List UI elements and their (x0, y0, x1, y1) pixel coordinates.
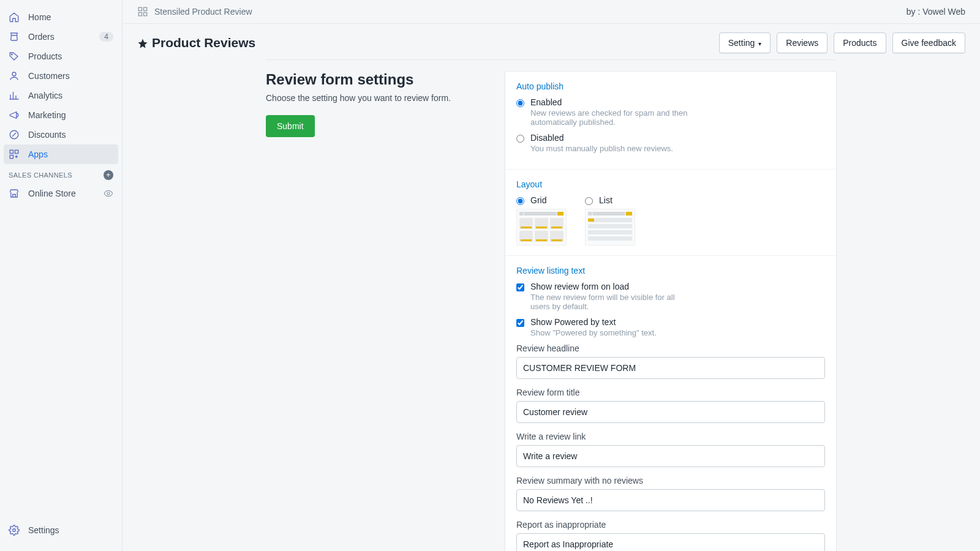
option-desc: Show "Powered by something" text. (530, 328, 657, 337)
nav-label: Marketing (28, 110, 66, 120)
nav-label: Online Store (28, 189, 76, 198)
report-inappropriate-field: Report as inappropriate (516, 520, 825, 551)
report-inappropriate-input[interactable] (516, 533, 825, 551)
write-review-link-input[interactable] (516, 445, 825, 467)
nav-label: Orders (28, 32, 55, 42)
nav-settings[interactable]: Settings (9, 520, 113, 540)
nav-apps[interactable]: Apps (4, 144, 118, 164)
svg-point-0 (12, 54, 13, 55)
app-name: Stensiled Product Review (154, 7, 252, 17)
byline: by : Vowel Web (907, 7, 965, 17)
nav-online-store[interactable]: Online Store (0, 184, 122, 203)
nav-products[interactable]: Products (0, 47, 122, 66)
section-header: Layout (516, 179, 825, 189)
layout-grid-option[interactable]: Grid (516, 195, 567, 246)
divider (266, 59, 837, 60)
section-header: Auto publish (516, 81, 825, 91)
svg-point-1 (12, 72, 16, 76)
option-label: Grid (530, 195, 546, 205)
nav-analytics[interactable]: Analytics (0, 86, 122, 105)
auto-publish-disabled-radio[interactable] (516, 135, 524, 143)
nav-label: Analytics (28, 91, 62, 100)
form-grid: Review form settings Choose the setting … (266, 71, 837, 551)
nav-marketing[interactable]: Marketing (0, 105, 122, 125)
option-label: Show review form on load (530, 282, 690, 291)
option-label: Show Powered by text (530, 317, 657, 327)
field-label: Write a review link (516, 432, 825, 441)
nav-label: Discounts (28, 130, 66, 140)
powered-by-checkbox[interactable] (516, 319, 524, 327)
section-header: Review listing text (516, 266, 825, 276)
analytics-icon (9, 90, 20, 101)
show-form-row[interactable]: Show review form on load The new review … (516, 282, 825, 311)
option-desc: You must manually publish new reviews. (530, 144, 673, 153)
orders-badge: 4 (99, 32, 113, 42)
nav-customers[interactable]: Customers (0, 66, 122, 86)
auto-publish-enabled-radio[interactable] (516, 99, 524, 107)
page-header: Product Reviews Setting▾ Reviews Product… (123, 24, 980, 59)
show-form-checkbox[interactable] (516, 283, 524, 291)
content: Review form settings Choose the setting … (123, 59, 980, 551)
nav-label: Apps (28, 149, 48, 159)
form-right-column: Auto publish Enabled New reviews are che… (505, 71, 837, 551)
form-left-column: Review form settings Choose the setting … (266, 71, 480, 551)
auto-publish-section: Auto publish Enabled New reviews are che… (505, 72, 836, 169)
nav-orders[interactable]: Orders 4 (0, 27, 122, 47)
svg-rect-5 (10, 156, 13, 159)
main: Stensiled Product Review by : Vowel Web … (123, 0, 980, 551)
nav-label: Settings (28, 525, 59, 535)
gear-icon (9, 525, 20, 536)
layout-list-radio[interactable] (585, 197, 593, 205)
nav-home[interactable]: Home (0, 7, 122, 27)
sidebar: Home Orders 4 Products Customers Analyti… (0, 0, 123, 551)
page-title: Product Reviews (152, 36, 255, 50)
option-desc: The new review form will be visible for … (530, 293, 690, 311)
review-headline-input[interactable] (516, 357, 825, 379)
svg-rect-9 (144, 7, 147, 10)
nav-label: Customers (28, 71, 70, 81)
option-label: List (599, 195, 612, 205)
feedback-button[interactable]: Give feedback (892, 32, 966, 53)
field-label: Review headline (516, 343, 825, 353)
nav-label: Products (28, 51, 62, 61)
products-button[interactable]: Products (834, 32, 886, 53)
review-headline-field: Review headline (516, 343, 825, 379)
add-channel-icon[interactable]: + (104, 170, 113, 180)
star-icon (137, 37, 148, 48)
layout-section: Layout Grid (505, 169, 836, 255)
review-listing-section: Review listing text Show review form on … (505, 255, 836, 551)
no-reviews-summary-input[interactable] (516, 489, 825, 511)
form-heading: Review form settings (266, 71, 480, 88)
option-label: Disabled (530, 133, 673, 143)
field-label: Review form title (516, 388, 825, 397)
sales-channels-header: SALES CHANNELS + (0, 164, 122, 184)
powered-by-row[interactable]: Show Powered by text Show "Powered by so… (516, 317, 825, 337)
orders-icon (9, 31, 20, 42)
chevron-down-icon: ▾ (758, 40, 761, 47)
nav-discounts[interactable]: Discounts (0, 125, 122, 144)
auto-publish-disabled-row[interactable]: Disabled You must manually publish new r… (516, 133, 825, 153)
layout-list-thumb (585, 209, 635, 246)
review-title-input[interactable] (516, 401, 825, 423)
nav-section: Home Orders 4 Products Customers Analyti… (0, 0, 122, 514)
eye-icon[interactable] (104, 189, 113, 198)
svg-rect-4 (15, 150, 18, 153)
layout-options: Grid List (516, 195, 825, 246)
form-subtext: Choose the setting how you want to revie… (266, 93, 480, 103)
layout-list-option[interactable]: List (585, 195, 635, 246)
auto-publish-enabled-row[interactable]: Enabled New reviews are checked for spam… (516, 97, 825, 127)
reviews-button[interactable]: Reviews (777, 32, 827, 53)
svg-rect-8 (138, 7, 141, 10)
setting-dropdown[interactable]: Setting▾ (719, 32, 771, 53)
svg-rect-11 (144, 13, 147, 16)
option-label: Enabled (530, 97, 690, 107)
user-icon (9, 70, 20, 81)
layout-grid-radio[interactable] (516, 197, 524, 205)
submit-button[interactable]: Submit (266, 115, 315, 137)
svg-rect-10 (138, 13, 141, 16)
sidebar-footer: Settings (0, 514, 122, 551)
nav-label: Home (28, 12, 51, 22)
page-actions: Setting▾ Reviews Products Give feedback (719, 32, 965, 53)
option-desc: New reviews are checked for spam and the… (530, 108, 690, 127)
apps-icon (9, 149, 20, 160)
